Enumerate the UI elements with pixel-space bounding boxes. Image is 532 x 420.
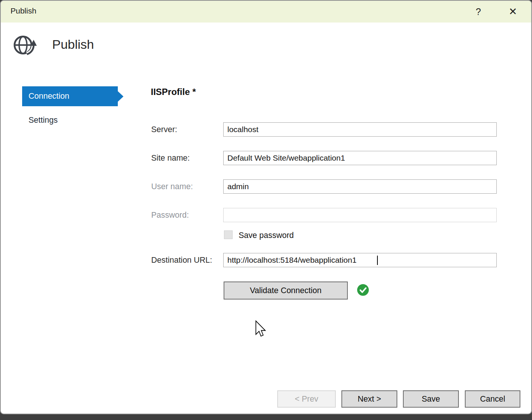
password-label: Password: bbox=[151, 211, 189, 220]
site-name-label: Site name: bbox=[151, 154, 190, 163]
sidebar-item-connection[interactable]: Connection bbox=[22, 86, 118, 106]
window-title: Publish bbox=[11, 6, 36, 15]
destination-url-input[interactable] bbox=[223, 253, 497, 267]
site-name-input[interactable] bbox=[223, 151, 497, 165]
cancel-button[interactable]: Cancel bbox=[465, 390, 520, 408]
background-app-strip bbox=[0, 414, 532, 420]
help-icon: ? bbox=[476, 6, 481, 17]
save-password-checkbox[interactable] bbox=[224, 230, 233, 239]
user-name-input[interactable] bbox=[223, 179, 497, 194]
close-button[interactable]: ✕ bbox=[501, 1, 524, 23]
destination-url-label: Destination URL: bbox=[151, 256, 212, 265]
next-button[interactable]: Next > bbox=[341, 390, 397, 408]
password-input[interactable] bbox=[223, 208, 497, 222]
save-password-label: Save password bbox=[239, 231, 294, 240]
sidebar-item-label: Connection bbox=[29, 92, 69, 101]
titlebar: Publish ? ✕ bbox=[1, 1, 531, 23]
mouse-cursor-icon bbox=[255, 320, 266, 338]
publish-globe-icon bbox=[13, 33, 37, 57]
prev-button[interactable]: < Prev bbox=[277, 390, 336, 408]
success-check-icon bbox=[357, 284, 369, 296]
sidebar-item-settings[interactable]: Settings bbox=[29, 116, 58, 125]
save-button[interactable]: Save bbox=[403, 390, 459, 408]
server-label: Server: bbox=[151, 125, 177, 134]
page-title: Publish bbox=[52, 37, 94, 52]
validate-connection-button[interactable]: Validate Connection bbox=[224, 282, 348, 300]
sidebar-item-label: Settings bbox=[29, 116, 58, 125]
close-icon: ✕ bbox=[509, 6, 517, 18]
profile-title: IISProfile * bbox=[151, 87, 196, 97]
publish-dialog: Publish ? ✕ Publish Connection Settings … bbox=[0, 0, 532, 414]
help-button[interactable]: ? bbox=[467, 1, 490, 23]
user-name-label: User name: bbox=[151, 182, 193, 191]
server-input[interactable] bbox=[223, 122, 497, 137]
text-caret bbox=[377, 256, 378, 265]
